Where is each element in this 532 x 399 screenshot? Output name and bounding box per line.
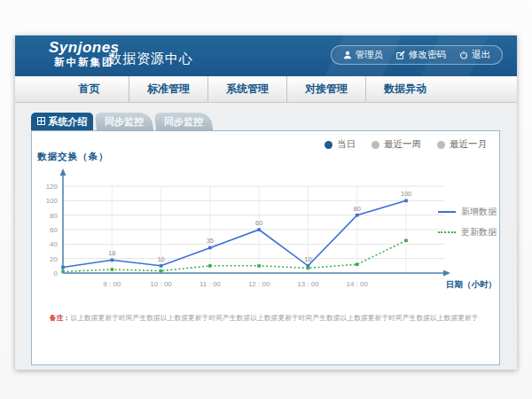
data-point-label: 100 [401,190,412,198]
y-tick-label: 40 [50,240,58,248]
change-password-label: 修改密码 [409,49,446,61]
x-tick-label: 9 : 00 [103,280,121,288]
data-point-label: 18 [108,249,115,257]
data-point-label: 60 [255,219,262,227]
x-axis-arrow-icon [443,270,450,277]
tab-label: 系统介绍 [49,113,88,130]
data-point [208,246,212,250]
y-axis-arrow-icon [60,168,66,176]
current-user[interactable]: 管理员 [343,49,384,61]
power-icon [459,51,468,59]
tab-label: 同步监控 [105,113,144,130]
tab-sync-monitor-2[interactable]: 同步监控 [154,113,213,130]
data-point [257,264,261,268]
page-title: 数据资源中心 [108,51,193,67]
data-point [160,264,163,268]
app-header: Synjones 新中新集团 数据资源中心 管理员 修改密码 [15,35,517,76]
data-point [356,262,359,266]
data-point [307,266,310,270]
footnote-prefix: 备注： [50,314,70,322]
app-window: Synjones 新中新集团 数据资源中心 管理员 修改密码 [15,35,517,370]
radio-dot-icon [437,141,445,149]
data-point-label: 10 [157,255,164,263]
legend-item-new-data[interactable]: 新增数据 [438,206,497,218]
nav-item-interface-mgmt[interactable]: 对接管理 [286,76,365,102]
user-name-label: 管理员 [356,49,384,61]
nav-item-data-change[interactable]: 数据异动 [365,76,444,102]
data-point [61,266,65,270]
legend-label: 新增数据 [461,206,497,218]
radio-last-month[interactable]: 最近一月 [437,138,487,151]
edit-icon [396,51,405,59]
y-tick-label: 80 [50,212,58,220]
footnote: 备注：以上数据更新于时间产生数据以上数据更新于时间产生数据以上数据更新于时间产生… [50,314,493,323]
y-tick-label: 20 [50,255,58,263]
blue-line-icon [438,211,456,213]
green-dotted-line-icon [438,231,456,233]
data-point [404,200,408,203]
x-axis-title: 日期（小时） [446,279,497,290]
data-point-label: 35 [207,237,214,245]
user-toolbar: 管理员 修改密码 退出 [331,45,504,65]
data-point-label: 10 [304,255,311,263]
legend-label: 更新数据 [461,226,497,239]
y-axis-title: 数据交换（条） [37,151,109,163]
data-point [110,268,113,271]
x-tick-label: 11 : 00 [200,280,221,288]
radio-label: 最近一周 [384,138,421,151]
tab-label: 同步监控 [164,113,203,130]
tab-sync-monitor-1[interactable]: 同步监控 [95,113,153,130]
x-tick-label: 14 : 00 [346,280,368,288]
legend-item-update-data[interactable]: 更新数据 [438,226,497,239]
x-tick-label: 12 : 00 [248,280,270,288]
line-chart: 0204060801001209 : 0010 : 0011 : 0012 : … [46,167,500,300]
chart-legend: 新增数据 更新数据 [438,206,497,239]
radio-dot-icon [325,141,332,149]
tab-system-intro[interactable]: 系统介绍 [31,113,93,130]
nav-item-system-mgmt[interactable]: 系统管理 [207,76,286,102]
footnote-text: 以上数据更新于时间产生数据以上数据更新于时间产生数据以上数据更新于时间产生数据以… [70,314,478,322]
logout-label: 退出 [472,49,490,61]
y-tick-label: 120 [46,183,59,191]
x-tick-label: 13 : 00 [297,280,319,288]
user-icon [343,51,352,59]
data-point [61,270,65,274]
radio-today[interactable]: 当日 [325,138,356,151]
x-tick-label: 10 : 00 [150,280,172,288]
radio-label: 最近一月 [450,138,487,151]
main-nav: 首页 标准管理 系统管理 对接管理 数据异动 [15,76,517,103]
y-tick-label: 0 [54,270,59,278]
data-point-label: 80 [354,205,361,213]
data-point [404,239,408,242]
time-range-filter: 当日 最近一周 最近一月 [325,138,487,151]
document-grid-icon [37,113,45,130]
radio-label: 当日 [337,138,356,151]
data-point [257,228,261,231]
data-point [160,270,163,273]
chart-panel: 当日 最近一周 最近一月 数据交换（条） 0204060801001209 : … [31,130,500,365]
radio-dot-icon [372,141,379,149]
change-password-button[interactable]: 修改密码 [396,49,446,61]
nav-item-standard-mgmt[interactable]: 标准管理 [129,76,207,102]
data-point [208,264,212,268]
logout-button[interactable]: 退出 [459,49,490,61]
nav-item-home[interactable]: 首页 [50,76,129,102]
data-point [356,214,359,217]
data-point [110,259,113,262]
y-tick-label: 60 [50,226,58,234]
tab-bar: 系统介绍 同步监控 同步监控 [31,113,212,130]
y-tick-label: 100 [46,197,59,205]
radio-last-week[interactable]: 最近一周 [372,138,421,151]
page-background: Synjones 新中新集团 数据资源中心 管理员 修改密码 [0,0,532,399]
